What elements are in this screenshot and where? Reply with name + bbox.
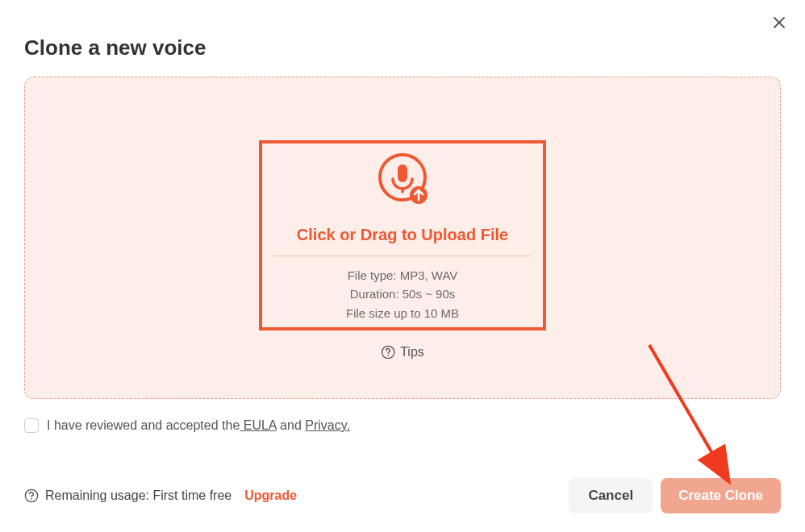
file-size-text: File size up to 10 MB [346, 304, 459, 322]
upload-highlight-box: Click or Drag to Upload File File type: … [259, 140, 546, 330]
divider [273, 256, 532, 256]
consent-row: I have reviewed and accepted the EULA an… [24, 418, 781, 433]
svg-point-7 [387, 355, 389, 356]
usage-label: Remaining usage: First time free [45, 488, 231, 503]
upload-cta-text: Click or Drag to Upload File [297, 226, 508, 244]
eula-link[interactable]: EULA [240, 418, 276, 432]
upgrade-link[interactable]: Upgrade [244, 488, 297, 503]
microphone-upload-icon [372, 150, 433, 211]
footer-row: Remaining usage: First time free Upgrade… [24, 478, 781, 513]
privacy-link[interactable]: Privacy. [305, 418, 350, 432]
clone-voice-modal: Clone a new voice [0, 0, 805, 532]
tips-link[interactable]: Tips [381, 345, 424, 360]
close-button[interactable] [771, 15, 787, 31]
consent-prefix: I have reviewed and accepted the [47, 418, 240, 432]
help-circle-icon [24, 488, 39, 503]
cancel-button[interactable]: Cancel [569, 478, 653, 513]
svg-rect-3 [398, 164, 407, 182]
file-type-text: File type: MP3, WAV [346, 266, 459, 285]
close-icon [773, 16, 786, 29]
consent-text: I have reviewed and accepted the EULA an… [47, 418, 350, 433]
help-circle-icon [381, 345, 395, 360]
create-clone-button[interactable]: Create Clone [661, 478, 781, 513]
upload-requirements: File type: MP3, WAV Duration: 50s ~ 90s … [346, 266, 459, 322]
consent-checkbox[interactable] [24, 418, 39, 433]
tips-label: Tips [400, 345, 424, 360]
upload-dropzone[interactable]: Click or Drag to Upload File File type: … [24, 77, 781, 399]
usage-info: Remaining usage: First time free Upgrade [24, 488, 561, 503]
svg-point-9 [31, 498, 32, 500]
duration-text: Duration: 50s ~ 90s [346, 285, 459, 303]
modal-title: Clone a new voice [24, 35, 781, 60]
consent-mid: and [277, 418, 306, 432]
